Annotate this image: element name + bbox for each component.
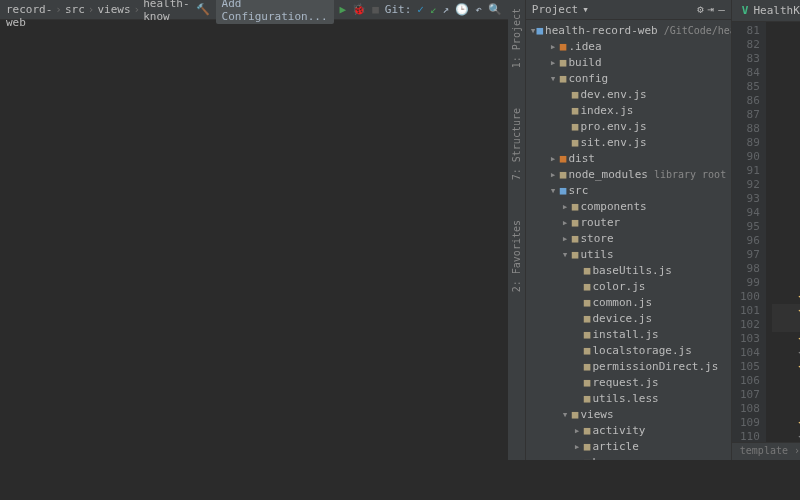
tree-item[interactable]: ▾■views [526, 406, 731, 422]
hammer-icon[interactable]: 🔨 [196, 3, 210, 16]
tree-item[interactable]: ■localstorage.js [526, 342, 731, 358]
left-tool-rail: 1: Project 7: Structure 2: Favorites [508, 0, 526, 460]
git-label: Git: [385, 3, 412, 16]
tree-item[interactable]: ▸■node_moduleslibrary root [526, 166, 731, 182]
run-config-dropdown[interactable]: Add Configuration... [216, 0, 334, 24]
tree-item[interactable]: ■index.js [526, 102, 731, 118]
tree-item[interactable]: ■install.js [526, 326, 731, 342]
collapse-icon[interactable]: ⇥ [708, 3, 715, 16]
hide-icon[interactable]: — [718, 3, 725, 16]
tree-item[interactable]: ▸■build [526, 54, 731, 70]
tree-item[interactable]: ■dev.env.js [526, 86, 731, 102]
tree-item[interactable]: ▸■banner [526, 454, 731, 460]
gear-icon[interactable]: ⚙ [697, 3, 704, 16]
editor: VHealthKnowAdd.vueVHealthKnowEdit.vueVHe… [732, 0, 800, 460]
tree-item[interactable]: ▸■router [526, 214, 731, 230]
editor-tabs: VHealthKnowAdd.vueVHealthKnowEdit.vueVHe… [732, 0, 800, 22]
project-tool-button[interactable]: 1: Project [511, 8, 522, 68]
favorites-tool-button[interactable]: 2: Favorites [511, 220, 522, 292]
breadcrumb-bar[interactable]: template › a-card.card-area [732, 442, 800, 460]
tree-item[interactable]: ■baseUtils.js [526, 262, 731, 278]
tree-item[interactable]: ▸■store [526, 230, 731, 246]
toolbar: health-record-web› src› views› health-kn… [0, 0, 508, 20]
sidebar-title: Project [532, 3, 578, 16]
project-tree[interactable]: ▾■ health-record-web /GitCode/health-rec… [526, 20, 731, 460]
structure-tool-button[interactable]: 7: Structure [511, 108, 522, 180]
tree-item[interactable]: ▸■activity [526, 422, 731, 438]
tree-item[interactable]: ▾■config [526, 70, 731, 86]
tree-item[interactable]: ■color.js [526, 278, 731, 294]
project-root[interactable]: health-record-web [6, 0, 52, 29]
tree-item[interactable]: ▸■article [526, 438, 731, 454]
tree-item[interactable]: ▸■.idea [526, 38, 731, 54]
vcs-update-icon[interactable]: ✓ [417, 3, 424, 16]
tree-item[interactable]: ■request.js [526, 374, 731, 390]
run-icon[interactable]: ▶ [340, 3, 347, 16]
tree-item[interactable]: ■common.js [526, 294, 731, 310]
tree-item[interactable]: ▸■dist [526, 150, 731, 166]
debug-icon[interactable]: 🐞 [352, 3, 366, 16]
tree-item[interactable]: ■utils.less [526, 390, 731, 406]
tree-root[interactable]: ▾■ health-record-web /GitCode/health-rec… [526, 22, 731, 38]
tree-item[interactable]: ■permissionDirect.js [526, 358, 731, 374]
editor-tab[interactable]: VHealthKnowAdd.vue [732, 0, 800, 21]
tree-item[interactable]: ▾■utils [526, 246, 731, 262]
search-icon[interactable]: 🔍 [488, 3, 502, 16]
tree-item[interactable]: ▾■src [526, 182, 731, 198]
revert-icon[interactable]: ↶ [475, 3, 482, 16]
vcs-commit-icon[interactable]: ↙ [430, 3, 437, 16]
vcs-push-icon[interactable]: ↗ [443, 3, 450, 16]
stop-icon: ■ [372, 3, 379, 16]
code-content[interactable]: :scroll="{ x: 900 }"> <template slot="re… [766, 22, 800, 442]
gutter: 8182838485868788899091929394959697989910… [732, 22, 766, 442]
breadcrumb: health-record-web› src› views› health-kn… [6, 0, 190, 29]
history-icon[interactable]: 🕒 [455, 3, 469, 16]
project-sidebar: Project ▾ ⚙ ⇥ — ▾■ health-record-web /Gi… [526, 0, 732, 460]
tree-item[interactable]: ■device.js [526, 310, 731, 326]
tree-item[interactable]: ■pro.env.js [526, 118, 731, 134]
tree-item[interactable]: ■sit.env.js [526, 134, 731, 150]
tree-item[interactable]: ▸■components [526, 198, 731, 214]
